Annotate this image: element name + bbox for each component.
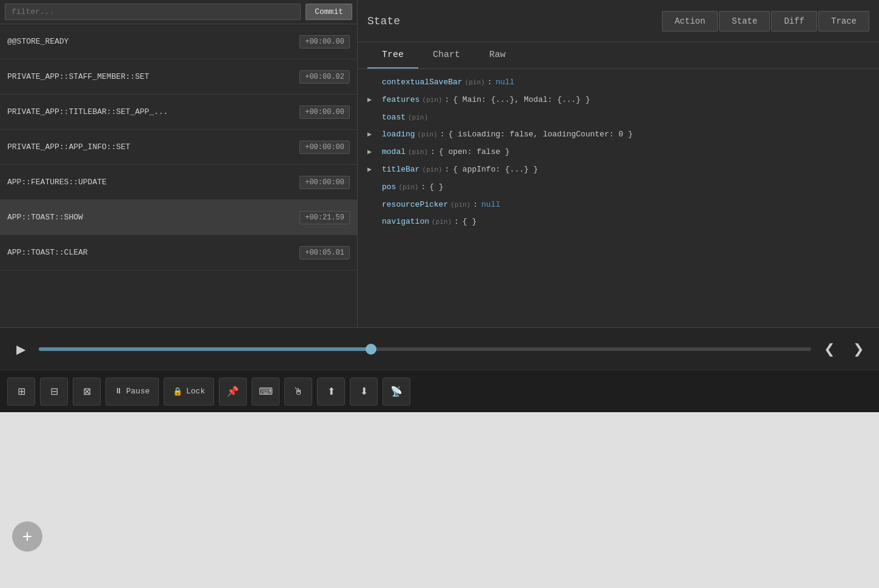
expand-arrow[interactable]: ▶ [367, 164, 377, 176]
tab-trace-button[interactable]: Trace [818, 11, 869, 32]
action-list: @@STORE_READY +00:00.00 PRIVATE_APP::STA… [0, 24, 357, 327]
state-key: resourcePicker [382, 199, 448, 212]
lock-icon: 🔒 [173, 387, 182, 396]
state-value: { Main: {...}, Modal: {...} } [453, 94, 590, 107]
sub-tab-chart[interactable]: Chart [418, 42, 475, 68]
mouse-icon: 🖱 [293, 386, 303, 397]
action-item[interactable]: PRIVATE_APP::TITLEBAR::SET_APP_... +00:0… [0, 95, 357, 130]
state-pin: (pin) [450, 200, 470, 211]
grid3-icon: ⊠ [83, 386, 91, 397]
state-key: pos [382, 181, 396, 194]
toolbar-grid1-button[interactable]: ⊞ [7, 378, 35, 406]
state-pin: (pin) [408, 147, 428, 158]
action-name: APP::TOAST::CLEAR [7, 248, 299, 257]
state-value: { } [463, 216, 476, 229]
state-value: { open: false } [439, 146, 510, 159]
grid2-icon: ⊟ [50, 386, 58, 397]
state-line: toast(pin) [367, 109, 869, 127]
state-key: navigation [382, 216, 429, 229]
action-time: +00:05.01 [299, 246, 350, 259]
action-name: APP::TOAST::SHOW [7, 213, 299, 222]
state-content: contextualSaveBar(pin):null▶features(pin… [358, 69, 879, 327]
toolbar-grid3-button[interactable]: ⊠ [73, 378, 101, 406]
lock-button[interactable]: 🔒 Lock [164, 378, 214, 406]
action-name: PRIVATE_APP::STAFF_MEMBER::SET [7, 72, 299, 81]
action-time: +00:00.02 [299, 70, 350, 84]
timeline-fill [39, 347, 371, 351]
sub-tabs: TreeChartRaw [358, 42, 879, 69]
state-pin: (pin) [408, 113, 428, 124]
grid1-icon: ⊞ [18, 386, 25, 397]
bottom-area: + [0, 412, 879, 588]
state-line: ▶modal(pin):{ open: false } [367, 144, 869, 161]
action-time: +00:00.00 [299, 105, 350, 119]
action-name: APP::FEATURES::UPDATE [7, 178, 299, 187]
next-button[interactable]: ❯ [847, 338, 869, 360]
sub-tab-raw[interactable]: Raw [475, 42, 520, 68]
state-key: toast [382, 112, 406, 124]
devtools-panel: Commit @@STORE_READY +00:00.00 PRIVATE_A… [0, 0, 879, 412]
tab-diff-button[interactable]: Diff [771, 11, 817, 32]
state-value: { isLoading: false, loadingCounter: 0 } [448, 129, 632, 141]
action-item[interactable]: PRIVATE_APP::STAFF_MEMBER::SET +00:00.02 [0, 59, 357, 95]
keyboard-button[interactable]: ⌨ [252, 378, 279, 406]
action-item[interactable]: APP::FEATURES::UPDATE +00:00:00 [0, 165, 357, 200]
action-item[interactable]: PRIVATE_APP::APP_INFO::SET +00:00:00 [0, 130, 357, 165]
expand-arrow[interactable]: ▶ [367, 147, 377, 158]
pin-icon: 📌 [227, 386, 239, 397]
timeline-track[interactable] [39, 347, 811, 351]
upload-button[interactable]: ⬆ [317, 378, 345, 406]
action-item[interactable]: APP::TOAST::CLEAR +00:05.01 [0, 235, 357, 270]
playback-bar: ▶ ❮ ❯ [0, 327, 879, 370]
state-line: ▶loading(pin):{ isLoading: false, loadin… [367, 126, 869, 144]
filter-input[interactable] [5, 4, 301, 20]
signal-button[interactable]: 📡 [383, 378, 410, 406]
expand-arrow[interactable]: ▶ [367, 129, 377, 141]
filter-bar: Commit [0, 0, 357, 24]
expand-arrow[interactable]: ▶ [367, 95, 377, 106]
action-item[interactable]: APP::TOAST::SHOW +00:21.59 [0, 200, 357, 235]
tab-action-button[interactable]: Action [662, 11, 718, 32]
state-line: ▶features(pin):{ Main: {...}, Modal: {..… [367, 92, 869, 109]
state-value: null [481, 199, 500, 212]
state-key: loading [382, 129, 415, 141]
prev-button[interactable]: ❮ [818, 338, 840, 360]
action-time: +00:00:00 [299, 141, 350, 154]
sub-tab-tree[interactable]: Tree [367, 42, 418, 68]
action-name: PRIVATE_APP::TITLEBAR::SET_APP_... [7, 107, 299, 116]
bottom-toolbar: ⊞ ⊟ ⊠ ⏸ Pause 🔒 Lock 📌 ⌨ 🖱 ⬆ ⬇ [0, 370, 879, 412]
tab-state-button[interactable]: State [719, 11, 770, 32]
pause-icon: ⏸ [115, 387, 122, 396]
pin-button[interactable]: 📌 [219, 378, 247, 406]
play-button[interactable]: ▶ [10, 338, 32, 360]
pause-button[interactable]: ⏸ Pause [105, 378, 159, 406]
left-panel: Commit @@STORE_READY +00:00.00 PRIVATE_A… [0, 0, 358, 327]
commit-button[interactable]: Commit [306, 4, 352, 20]
add-button[interactable]: + [12, 521, 42, 552]
toolbar-grid2-button[interactable]: ⊟ [40, 378, 68, 406]
action-item[interactable]: @@STORE_READY +00:00.00 [0, 24, 357, 59]
mouse-button[interactable]: 🖱 [284, 378, 312, 406]
lock-label: Lock [186, 387, 205, 396]
state-pin: (pin) [422, 165, 442, 176]
state-key: features [382, 94, 419, 107]
right-panel: State ActionStateDiffTrace TreeChartRaw … [358, 0, 879, 327]
state-panel-title: State [367, 15, 400, 27]
state-header: State ActionStateDiffTrace [358, 0, 879, 42]
state-pin: (pin) [418, 130, 438, 141]
state-line: pos(pin):{ } [367, 179, 869, 196]
action-time: +00:00:00 [299, 176, 350, 189]
timeline-thumb[interactable] [366, 344, 376, 355]
upload-icon: ⬆ [327, 386, 335, 397]
download-button[interactable]: ⬇ [350, 378, 378, 406]
download-icon: ⬇ [360, 386, 368, 397]
state-value: { appInfo: {...} } [453, 164, 538, 176]
top-area: Commit @@STORE_READY +00:00.00 PRIVATE_A… [0, 0, 879, 327]
tab-buttons: ActionStateDiffTrace [662, 11, 869, 32]
action-name: PRIVATE_APP::APP_INFO::SET [7, 142, 299, 152]
state-pin: (pin) [432, 217, 452, 228]
state-line: contextualSaveBar(pin):null [367, 74, 869, 92]
state-pin: (pin) [465, 78, 485, 89]
state-line: navigation(pin):{ } [367, 213, 869, 231]
state-pin: (pin) [422, 95, 442, 106]
